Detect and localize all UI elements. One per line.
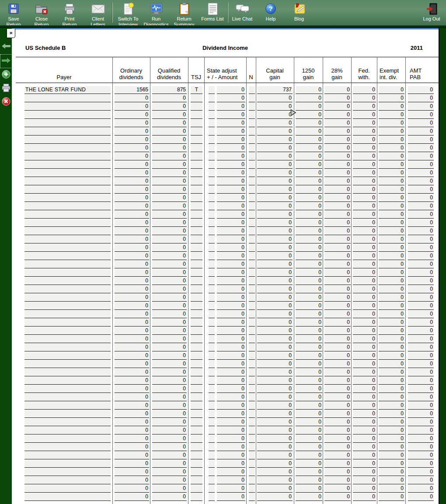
ordinary-field[interactable]: 0: [115, 186, 149, 194]
payer-field[interactable]: [24, 327, 111, 335]
exempt-field[interactable]: 0: [379, 211, 404, 219]
exempt-field[interactable]: 0: [379, 169, 404, 177]
capital-field[interactable]: 0: [257, 452, 293, 459]
amount-field[interactable]: 0: [217, 452, 245, 459]
ordinary-field[interactable]: 0: [115, 360, 149, 368]
exempt-field[interactable]: 0: [379, 219, 404, 227]
n-field[interactable]: [249, 385, 255, 393]
capital-field[interactable]: 0: [257, 153, 293, 160]
capital-field[interactable]: 0: [257, 103, 293, 111]
exempt-field[interactable]: 0: [379, 277, 404, 285]
gain1250-field[interactable]: 0: [296, 368, 322, 376]
gain28-field[interactable]: 0: [324, 410, 351, 418]
gain1250-field[interactable]: 0: [296, 335, 322, 343]
payer-field[interactable]: [24, 410, 111, 418]
exempt-field[interactable]: 0: [379, 385, 404, 393]
ordinary-field[interactable]: 0: [115, 177, 149, 185]
state-field[interactable]: [209, 103, 215, 111]
payer-field[interactable]: THE LONE STAR FUND: [24, 86, 111, 94]
gain28-field[interactable]: 0: [324, 476, 351, 484]
gain28-field[interactable]: 0: [324, 119, 351, 127]
amt-field[interactable]: 0: [408, 418, 434, 426]
amt-field[interactable]: 0: [408, 277, 434, 285]
n-field[interactable]: [249, 302, 255, 310]
payer-field[interactable]: [24, 418, 111, 426]
gain28-field[interactable]: 0: [324, 344, 351, 351]
amt-field[interactable]: 0: [408, 177, 434, 185]
ordinary-field[interactable]: 0: [115, 94, 149, 102]
ordinary-field[interactable]: 0: [115, 344, 149, 351]
tsj-field[interactable]: [191, 468, 202, 476]
ordinary-field[interactable]: 0: [115, 468, 149, 476]
gain28-field[interactable]: 0: [324, 493, 351, 501]
amount-field[interactable]: 0: [217, 285, 245, 293]
amt-field[interactable]: 0: [408, 368, 434, 376]
exempt-field[interactable]: 0: [379, 285, 404, 293]
state-field[interactable]: [209, 227, 215, 235]
ordinary-field[interactable]: 0: [115, 443, 149, 451]
capital-field[interactable]: 0: [257, 385, 293, 393]
amount-field[interactable]: 0: [217, 277, 245, 285]
ordinary-field[interactable]: 0: [115, 219, 149, 227]
fed-field[interactable]: 0: [353, 261, 376, 268]
gain1250-field[interactable]: 0: [296, 319, 322, 327]
tsj-field[interactable]: [191, 335, 202, 343]
fed-field[interactable]: 0: [353, 211, 376, 219]
amount-field[interactable]: 0: [217, 261, 245, 268]
capital-field[interactable]: 0: [257, 269, 293, 277]
exempt-field[interactable]: 0: [379, 103, 404, 111]
n-field[interactable]: [249, 94, 255, 102]
exempt-field[interactable]: 0: [379, 236, 404, 243]
gain28-field[interactable]: 0: [324, 186, 351, 194]
client-letters-button[interactable]: Client Letters: [84, 2, 112, 28]
ordinary-field[interactable]: 0: [115, 211, 149, 219]
amt-field[interactable]: 0: [408, 294, 434, 302]
gain1250-field[interactable]: 0: [296, 252, 322, 260]
tsj-field[interactable]: [191, 460, 202, 468]
amount-field[interactable]: 0: [217, 435, 245, 443]
qualified-field[interactable]: 0: [152, 153, 187, 160]
gain28-field[interactable]: 0: [324, 144, 351, 152]
qualified-field[interactable]: 0: [152, 493, 187, 501]
gain28-field[interactable]: 0: [324, 327, 351, 335]
ordinary-field[interactable]: 0: [115, 460, 149, 468]
payer-field[interactable]: [24, 194, 111, 202]
state-field[interactable]: [209, 277, 215, 285]
tsj-field[interactable]: [191, 485, 202, 493]
amount-field[interactable]: 0: [217, 169, 245, 177]
gain28-field[interactable]: 0: [324, 219, 351, 227]
tsj-field[interactable]: [191, 427, 202, 434]
tsj-field[interactable]: [191, 261, 202, 268]
tsj-field[interactable]: [191, 119, 202, 127]
fed-field[interactable]: 0: [353, 468, 376, 476]
amount-field[interactable]: 0: [217, 269, 245, 277]
fed-field[interactable]: 0: [353, 344, 376, 351]
ordinary-field[interactable]: 0: [115, 427, 149, 434]
qualified-field[interactable]: 0: [152, 277, 187, 285]
payer-field[interactable]: [24, 485, 111, 493]
tsj-field[interactable]: [191, 194, 202, 202]
n-field[interactable]: [249, 202, 255, 210]
collapse-panel-tab[interactable]: »: [7, 29, 15, 38]
fed-field[interactable]: 0: [353, 111, 376, 119]
tsj-field[interactable]: [191, 161, 202, 169]
state-field[interactable]: [209, 128, 215, 136]
amount-field[interactable]: 0: [217, 335, 245, 343]
amt-field[interactable]: 0: [408, 435, 434, 443]
tsj-field[interactable]: [191, 418, 202, 426]
amount-field[interactable]: 0: [217, 368, 245, 376]
n-field[interactable]: [249, 468, 255, 476]
n-field[interactable]: [249, 418, 255, 426]
amount-field[interactable]: 0: [217, 128, 245, 136]
amount-field[interactable]: 0: [217, 402, 245, 410]
exempt-field[interactable]: 0: [379, 319, 404, 327]
fed-field[interactable]: 0: [353, 277, 376, 285]
n-field[interactable]: [249, 186, 255, 194]
amt-field[interactable]: 0: [408, 468, 434, 476]
ordinary-field[interactable]: 0: [115, 277, 149, 285]
qualified-field[interactable]: 0: [152, 427, 187, 434]
ordinary-field[interactable]: 0: [115, 368, 149, 376]
exempt-field[interactable]: 0: [379, 410, 404, 418]
gain1250-field[interactable]: 0: [296, 377, 322, 385]
ordinary-field[interactable]: 0: [115, 136, 149, 144]
